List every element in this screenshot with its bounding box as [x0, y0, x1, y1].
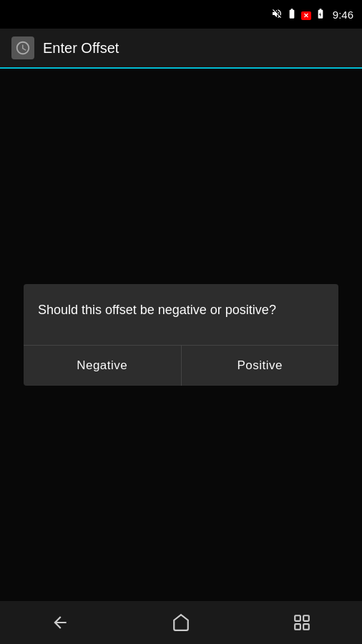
- app-bar-title: Enter Offset: [43, 40, 119, 57]
- main-content: 0 1 2 9 0 1 9 0 1 9 0 1 Should this offs…: [0, 69, 362, 601]
- dialog-overlay: Should this offset be negative or positi…: [0, 69, 362, 601]
- status-bar: ✕ 9:46: [0, 0, 362, 29]
- home-button[interactable]: [160, 608, 202, 637]
- alert-icon: ✕: [301, 8, 311, 21]
- clock-icon: [11, 36, 34, 59]
- battery-charging-icon: [315, 8, 326, 21]
- status-icons: ✕ 9:46: [271, 8, 353, 21]
- status-time: 9:46: [333, 9, 353, 21]
- mute-icon: [271, 8, 283, 21]
- recent-apps-button[interactable]: [280, 608, 323, 637]
- dialog-body: Should this offset be negative or positi…: [24, 284, 338, 333]
- app-bar: Enter Offset: [0, 29, 362, 69]
- battery-low-icon: [286, 8, 298, 21]
- svg-rect-1: [295, 624, 300, 630]
- svg-rect-0: [295, 615, 300, 621]
- dialog-actions: Negative Positive: [24, 346, 338, 386]
- svg-rect-2: [303, 615, 309, 621]
- dialog: Should this offset be negative or positi…: [24, 284, 338, 386]
- dialog-message: Should this offset be negative or positi…: [38, 301, 324, 319]
- svg-rect-3: [303, 624, 309, 630]
- back-button[interactable]: [39, 608, 82, 637]
- negative-button[interactable]: Negative: [24, 346, 181, 386]
- nav-bar: [0, 601, 362, 644]
- positive-button[interactable]: Positive: [182, 346, 339, 386]
